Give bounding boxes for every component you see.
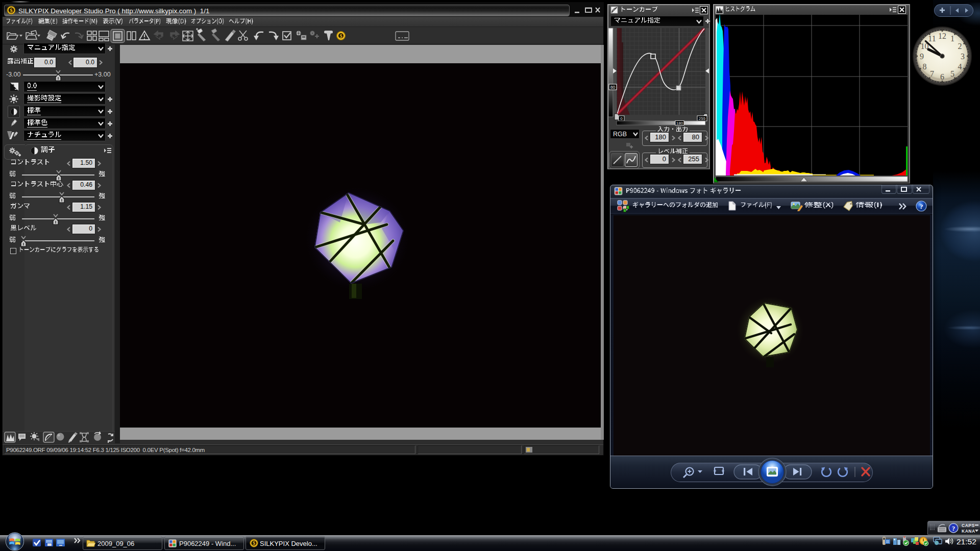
svg-text:$: $ (253, 541, 255, 546)
svg-text:4: 4 (958, 62, 962, 71)
svg-text:?: ? (920, 203, 923, 210)
svg-text:0: 0 (620, 116, 623, 121)
svg-text:2: 2 (958, 42, 962, 51)
svg-text:9: 9 (920, 52, 924, 61)
svg-text:80: 80 (610, 85, 616, 90)
svg-text:180: 180 (676, 121, 683, 126)
svg-text:7: 7 (930, 69, 934, 78)
svg-text:5: 5 (950, 69, 954, 78)
svg-text:11: 11 (928, 34, 936, 43)
svg-text:KANA: KANA (962, 529, 975, 534)
svg-text:3: 3 (961, 52, 965, 61)
svg-text:6: 6 (940, 72, 944, 81)
svg-text:?: ? (952, 525, 955, 532)
svg-text:8: 8 (922, 62, 926, 71)
svg-text:255: 255 (699, 116, 706, 121)
svg-text:12: 12 (938, 32, 946, 40)
svg-text:CAPS: CAPS (962, 523, 975, 528)
svg-text:$: $ (10, 7, 13, 13)
svg-text:$: $ (340, 34, 342, 39)
svg-text:1: 1 (950, 34, 954, 43)
